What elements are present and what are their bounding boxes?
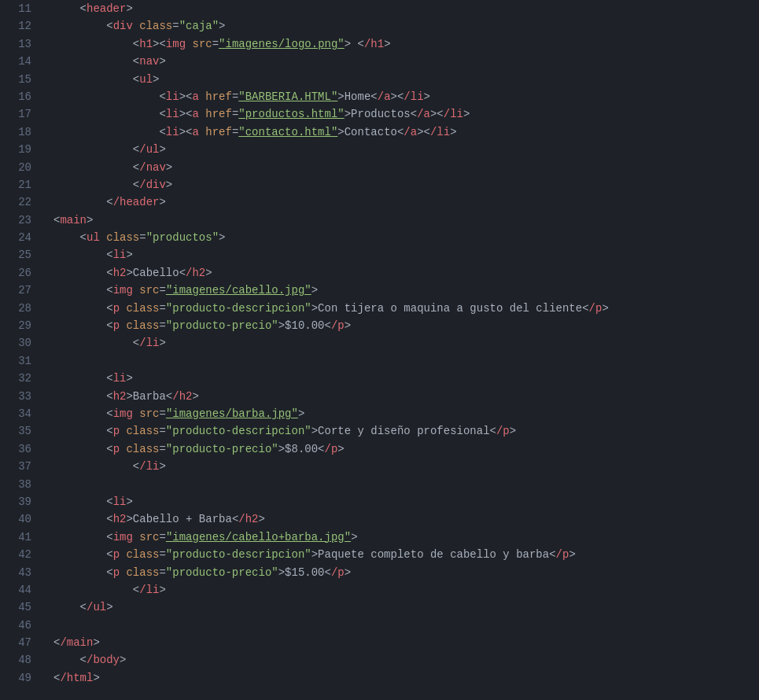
line-number-13: 13 [9,35,31,53]
line-number-18: 18 [9,123,31,141]
code-line-44: </li> [53,581,759,599]
line-number-44: 44 [9,581,31,599]
code-line-38 [53,476,759,493]
line-number-30: 30 [9,334,31,352]
code-line-49: </html> [53,669,759,687]
code-editor: 1112131415161718192021222324252627282930… [0,0,759,700]
code-line-48: </body> [53,651,759,669]
line-number-43: 43 [9,564,31,581]
code-area[interactable]: <header> <div class="caja"> <h1><img src… [41,0,759,700]
code-line-26: <h2>Cabello</h2> [53,264,759,282]
code-line-32: <li> [53,370,759,387]
code-line-37: </li> [53,458,759,475]
code-line-16: <li><a href="BARBERIA.HTML">Home</a></li… [53,88,759,105]
code-line-14: <nav> [53,53,759,70]
line-number-47: 47 [9,634,31,651]
code-line-13: <h1><img src="imagenes/logo.png"> </h1> [53,35,759,53]
code-line-47: </main> [53,634,759,651]
line-number-26: 26 [9,264,31,282]
line-number-37: 37 [9,458,31,475]
line-number-12: 12 [9,17,31,35]
line-number-17: 17 [9,105,31,123]
code-line-31 [53,352,759,370]
line-number-46: 46 [9,617,31,634]
line-number-31: 31 [9,352,31,370]
code-line-18: <li><a href="contacto.html">Contacto</a>… [53,123,759,141]
line-number-11: 11 [9,0,31,17]
line-number-39: 39 [9,493,31,510]
code-line-45: </ul> [53,599,759,616]
code-line-11: <header> [53,0,759,17]
code-line-27: <img src="imagenes/cabello.jpg"> [53,282,759,299]
code-line-20: </nav> [53,159,759,176]
line-numbers: 1112131415161718192021222324252627282930… [0,0,41,700]
code-line-40: <h2>Cabello + Barba</h2> [53,510,759,528]
line-number-24: 24 [9,229,31,246]
line-number-23: 23 [9,212,31,229]
line-number-40: 40 [9,510,31,528]
code-line-35: <p class="producto-descripcion">Corte y … [53,422,759,440]
line-number-21: 21 [9,176,31,193]
line-number-33: 33 [9,388,31,405]
code-line-36: <p class="producto-precio">$8.00</p> [53,440,759,458]
code-line-12: <div class="caja"> [53,17,759,35]
line-number-16: 16 [9,88,31,105]
line-number-14: 14 [9,53,31,70]
code-line-22: </header> [53,193,759,211]
code-line-33: <h2>Barba</h2> [53,388,759,405]
line-number-15: 15 [9,71,31,88]
line-number-27: 27 [9,282,31,299]
line-number-38: 38 [9,476,31,493]
line-number-28: 28 [9,300,31,317]
code-line-29: <p class="producto-precio">$10.00</p> [53,317,759,334]
code-line-15: <ul> [53,71,759,88]
line-number-48: 48 [9,651,31,669]
line-number-45: 45 [9,599,31,616]
code-line-41: <img src="imagenes/cabello+barba.jpg"> [53,529,759,546]
code-line-30: </li> [53,334,759,352]
line-number-29: 29 [9,317,31,334]
code-line-17: <li><a href="productos.html">Productos</… [53,105,759,123]
code-line-21: </div> [53,176,759,193]
code-line-42: <p class="producto-descripcion">Paquete … [53,546,759,563]
line-number-42: 42 [9,546,31,563]
line-number-32: 32 [9,370,31,387]
code-line-34: <img src="imagenes/barba.jpg"> [53,405,759,422]
code-line-19: </ul> [53,141,759,158]
line-number-41: 41 [9,529,31,546]
code-line-46 [53,617,759,634]
line-number-25: 25 [9,246,31,263]
line-number-34: 34 [9,405,31,422]
line-number-49: 49 [9,669,31,687]
line-number-22: 22 [9,193,31,211]
code-line-43: <p class="producto-precio">$15.00</p> [53,564,759,581]
code-line-23: <main> [53,212,759,229]
code-line-28: <p class="producto-descripcion">Con tije… [53,300,759,317]
line-number-20: 20 [9,159,31,176]
code-line-39: <li> [53,493,759,510]
line-number-36: 36 [9,440,31,458]
line-number-19: 19 [9,141,31,158]
code-line-24: <ul class="productos"> [53,229,759,246]
line-number-35: 35 [9,422,31,440]
code-line-25: <li> [53,246,759,263]
